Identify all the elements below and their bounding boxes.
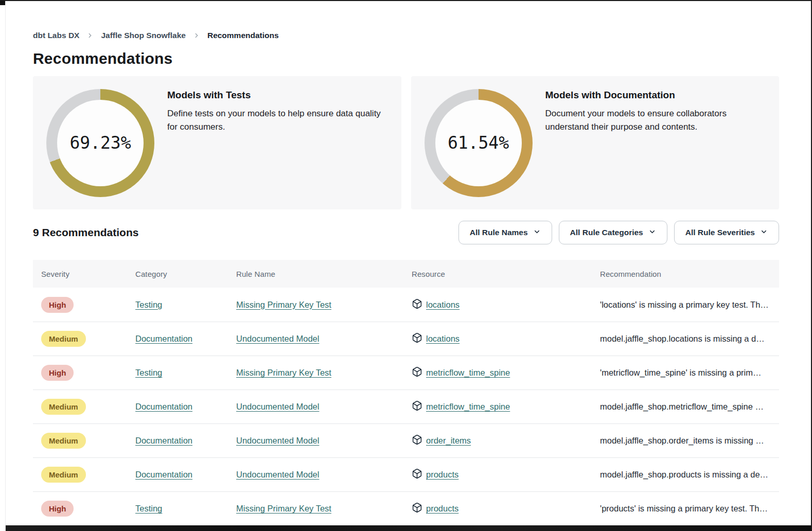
table-row: Medium Documentation Undocumented Model … (33, 423, 779, 457)
documentation-percent-value: 61.54% (425, 89, 533, 197)
resource-link[interactable]: locations (426, 334, 460, 344)
app-window: dbt Labs DX Jaffle Shop Snowflake Recomm… (0, 0, 812, 531)
models-with-tests-card: 69.23% Models with Tests Define tests on… (33, 76, 401, 209)
rule-names-filter-dropdown[interactable]: All Rule Names (458, 221, 552, 244)
severity-cell: Medium (41, 433, 135, 449)
resource-link[interactable]: metricflow_time_spine (426, 402, 510, 412)
column-header-resource: Resource (412, 270, 600, 278)
filter-label: All Rule Severities (685, 228, 755, 237)
breadcrumb-item-dbt-labs-dx[interactable]: dbt Labs DX (33, 31, 79, 40)
severity-badge: High (41, 297, 74, 313)
card-title: Models with Documentation (545, 90, 769, 101)
category-cell: Testing (135, 300, 236, 310)
table-row: Medium Documentation Undocumented Model … (33, 322, 779, 356)
rule-name-link[interactable]: Missing Primary Key Test (236, 368, 331, 377)
card-title: Models with Tests (167, 90, 391, 101)
recommendations-table: Severity Category Rule Name Resource Rec… (33, 260, 779, 525)
category-cell: Testing (135, 504, 236, 514)
tests-percent-value: 69.23% (46, 89, 154, 197)
severity-cell: High (41, 297, 135, 313)
breadcrumb-item-jaffle-shop-snowflake[interactable]: Jaffle Shop Snowflake (101, 31, 186, 40)
category-link[interactable]: Testing (135, 504, 162, 513)
category-cell: Testing (135, 368, 236, 378)
severity-cell: Medium (41, 399, 135, 415)
resource-cell: metricflow_time_spine (412, 400, 600, 413)
recommendations-list-header: 9 Recommendations All Rule Names All Rul… (33, 221, 779, 244)
model-box-icon (412, 400, 422, 413)
model-box-icon (412, 502, 422, 515)
filter-label: All Rule Categories (570, 228, 643, 237)
chevron-down-icon (760, 227, 768, 238)
chevron-right-icon (193, 32, 200, 39)
table-body: High Testing Missing Primary Key Test lo… (33, 288, 779, 525)
breadcrumb: dbt Labs DX Jaffle Shop Snowflake Recomm… (33, 1, 779, 40)
rule-name-cell: Undocumented Model (236, 436, 412, 446)
rule-name-cell: Undocumented Model (236, 402, 412, 412)
severity-cell: Medium (41, 331, 135, 347)
category-link[interactable]: Testing (135, 300, 162, 309)
model-box-icon (412, 468, 422, 481)
resource-link[interactable]: order_items (426, 436, 471, 446)
recommendation-text: 'metricflow_time_spine' is missing a pri… (600, 368, 779, 378)
category-link[interactable]: Documentation (135, 436, 192, 445)
rule-name-link[interactable]: Missing Primary Key Test (236, 300, 331, 309)
column-header-rule-name: Rule Name (236, 270, 412, 278)
rule-severities-filter-dropdown[interactable]: All Rule Severities (674, 221, 779, 244)
chevron-down-icon (648, 227, 656, 238)
recommendation-text: model.jaffle_shop.metricflow_time_spine … (600, 402, 779, 412)
documentation-donut-chart: 61.54% (425, 89, 533, 197)
model-box-icon (412, 298, 422, 311)
rule-name-link[interactable]: Undocumented Model (236, 470, 319, 479)
severity-cell: High (41, 365, 135, 381)
table-row: Medium Documentation Undocumented Model … (33, 390, 779, 423)
severity-cell: Medium (41, 467, 135, 483)
severity-badge: Medium (41, 399, 86, 415)
category-cell: Documentation (135, 402, 236, 412)
page-title: Recommendations (33, 50, 779, 67)
resource-link[interactable]: products (426, 504, 458, 514)
model-box-icon (412, 434, 422, 447)
resource-link[interactable]: products (426, 470, 458, 480)
category-link[interactable]: Documentation (135, 334, 192, 343)
resource-cell: locations (412, 332, 600, 345)
column-header-severity: Severity (41, 270, 135, 278)
collapsed-sidebar-rail (0, 1, 6, 531)
card-text: Models with Documentation Document your … (545, 76, 780, 209)
model-box-icon (412, 366, 422, 379)
table-row: Medium Documentation Undocumented Model … (33, 457, 779, 491)
rule-name-link[interactable]: Undocumented Model (236, 334, 319, 343)
severity-badge: Medium (41, 467, 86, 483)
resource-cell: metricflow_time_spine (412, 366, 600, 379)
rule-name-link[interactable]: Undocumented Model (236, 402, 319, 411)
recommendation-text: model.jaffle_shop.order_items is missing… (600, 436, 779, 446)
chevron-right-icon (86, 32, 94, 39)
category-link[interactable]: Testing (135, 368, 162, 377)
card-description: Define tests on your models to help ensu… (167, 107, 391, 134)
models-with-documentation-card: 61.54% Models with Documentation Documen… (411, 76, 780, 209)
category-link[interactable]: Documentation (135, 470, 192, 479)
filter-group: All Rule Names All Rule Categories All R… (458, 221, 779, 244)
table-row: High Testing Missing Primary Key Test lo… (33, 288, 779, 322)
resource-link[interactable]: metricflow_time_spine (426, 368, 510, 378)
column-header-recommendation: Recommendation (600, 270, 779, 278)
rule-categories-filter-dropdown[interactable]: All Rule Categories (559, 221, 667, 244)
viewport-cutoff-band (6, 525, 811, 531)
resource-cell: order_items (412, 434, 600, 447)
rule-name-cell: Missing Primary Key Test (236, 300, 412, 310)
recommendation-text: model.jaffle_shop.products is missing a … (600, 470, 779, 480)
main-content: dbt Labs DX Jaffle Shop Snowflake Recomm… (33, 1, 779, 525)
breadcrumb-item-recommendations: Recommendations (207, 31, 279, 40)
rule-name-cell: Undocumented Model (236, 334, 412, 344)
rule-name-link[interactable]: Missing Primary Key Test (236, 504, 331, 513)
resource-link[interactable]: locations (426, 300, 460, 310)
recommendation-text: model.jaffle_shop.locations is missing a… (600, 334, 779, 344)
recommendation-text: 'products' is missing a primary key test… (600, 504, 779, 514)
rule-name-link[interactable]: Undocumented Model (236, 436, 319, 445)
tests-donut-chart: 69.23% (46, 89, 154, 197)
category-cell: Documentation (135, 470, 236, 480)
resource-cell: products (412, 502, 600, 515)
rule-name-cell: Missing Primary Key Test (236, 368, 412, 378)
table-header-row: Severity Category Rule Name Resource Rec… (33, 260, 779, 288)
rule-name-cell: Undocumented Model (236, 470, 412, 480)
category-link[interactable]: Documentation (135, 402, 192, 411)
